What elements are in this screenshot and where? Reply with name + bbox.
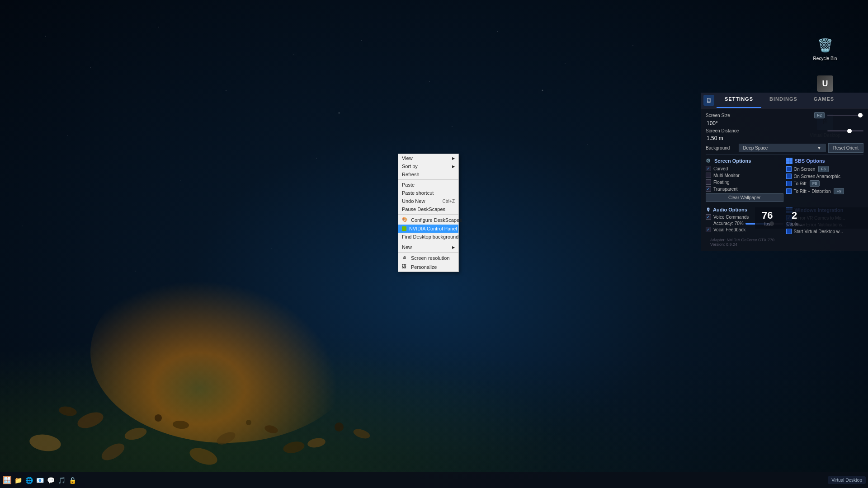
separator-3	[398, 242, 458, 242]
context-menu-view[interactable]: View ▶	[398, 154, 458, 162]
panel-divider-1	[706, 155, 863, 155]
vr-panel: 🖥 SETTINGS BINDINGS GAMES Screen Size F2…	[701, 93, 868, 251]
capture-stat: 2 Captu...	[786, 210, 802, 226]
clear-wallpaper-button[interactable]: Clear Wallpaper	[706, 193, 783, 202]
svg-point-14	[335, 422, 344, 432]
taskbar: 🪟 📁 🌐 📧 💬 🎵 🔒 Virtual Desktop	[0, 472, 868, 488]
to-rift-distortion-checkbox-row: To Rift + Distortion F9	[786, 188, 864, 194]
recycle-bin-image: 🗑️	[817, 38, 833, 53]
context-menu-screen-resolution[interactable]: 🖥 Screen resolution	[398, 253, 458, 263]
taskbar-chat[interactable]: 💬	[46, 475, 56, 485]
context-menu-paste[interactable]: Paste	[398, 181, 458, 189]
floating-label: Floating	[713, 180, 730, 185]
view-arrow: ▶	[452, 156, 455, 160]
taskbar-start-area: 🪟 📁 🌐 📧 💬 🎵 🔒	[2, 475, 77, 485]
to-rift-checkbox-row: To Rift F8	[786, 180, 864, 187]
svg-point-11	[352, 427, 371, 441]
stats-bar: 76 fps 2 Captu...	[755, 207, 868, 229]
context-menu-configure-deskscapes[interactable]: 🎨 Configure DeskScapes	[398, 216, 458, 225]
on-screen-anamorphic-checkbox-row: On Screen Anamorphic	[786, 174, 864, 179]
taskbar-mail[interactable]: 📧	[35, 475, 45, 485]
screen-distance-thumb[interactable]	[847, 129, 852, 133]
screen-size-key: F2	[814, 112, 825, 118]
screen-size-slider[interactable]	[827, 115, 863, 116]
on-screen-anamorphic-label: On Screen Anamorphic	[794, 174, 840, 179]
tab-games[interactable]: GAMES	[806, 93, 842, 108]
to-rift-distortion-key: F9	[834, 188, 844, 194]
start-vd-checkbox-row: Start Virtual Desktop w...	[786, 229, 864, 234]
adapter-label: Adapter:	[710, 238, 726, 242]
background-row: Background Deep Space ▼ Reset Orient	[706, 143, 863, 153]
on-screen-checkbox[interactable]	[786, 166, 792, 172]
vr-panel-tabs: 🖥 SETTINGS BINDINGS GAMES	[701, 93, 868, 108]
recycle-bin-icon[interactable]: 🗑️ Recycle Bin	[809, 36, 841, 61]
fps-stat: 76 fps	[762, 210, 773, 226]
to-rift-checkbox[interactable]	[786, 181, 792, 186]
floating-checkbox[interactable]	[706, 179, 711, 185]
svg-point-4	[215, 430, 237, 447]
context-menu-paste-shortcut[interactable]: Paste shortcut	[398, 189, 458, 197]
sort-by-arrow: ▶	[452, 164, 455, 169]
multi-monitor-label: Multi-Monitor	[713, 173, 740, 178]
curved-checkbox[interactable]	[706, 166, 711, 171]
voice-commands-checkbox[interactable]	[706, 214, 711, 220]
context-menu-find-background[interactable]: Find Desktop background	[398, 233, 458, 241]
context-menu-sort-by[interactable]: Sort by ▶	[398, 162, 458, 170]
context-menu-personalize[interactable]: 🖼 Personalize	[398, 263, 458, 272]
fps-value: 76	[762, 210, 773, 221]
svg-point-6	[307, 437, 326, 449]
transparent-checkbox[interactable]	[706, 186, 711, 192]
background-value: Deep Space	[743, 145, 768, 150]
desktop-background: 🗑️ Recycle Bin U Unity 🖥 Virtual Desktop…	[0, 0, 868, 488]
reset-orient-button[interactable]: Reset Orient	[828, 143, 863, 153]
context-menu-new[interactable]: New ▶	[398, 243, 458, 251]
taskbar-media[interactable]: 🎵	[57, 475, 66, 485]
adapter-value: NVIDIA GeForce GTX 770	[727, 238, 775, 242]
transparent-checkbox-row: Transparent	[706, 186, 783, 192]
start-vd-checkbox[interactable]	[786, 229, 792, 234]
context-menu-undo-new[interactable]: Undo New Ctrl+Z	[398, 197, 458, 205]
on-screen-anamorphic-checkbox[interactable]	[786, 174, 792, 179]
context-menu-pause-deskscapes[interactable]: Pause DeskScapes	[398, 205, 458, 213]
on-screen-key: F6	[818, 166, 829, 172]
screen-size-thumb[interactable]	[858, 113, 863, 117]
audio-options-icon: 🎙	[706, 207, 711, 212]
panel-divider-2	[706, 204, 863, 204]
svg-point-2	[123, 426, 148, 442]
screen-distance-label: Screen Distance	[706, 128, 739, 133]
windows-icon	[786, 158, 793, 164]
context-menu-nvidia[interactable]: NVIDIA Control Panel	[398, 225, 458, 233]
vocal-feedback-checkbox[interactable]	[706, 227, 711, 232]
adapter-info: Adapter: NVIDIA GeForce GTX 770 Version:…	[706, 235, 863, 248]
taskbar-browser[interactable]: 🌐	[24, 475, 34, 485]
transparent-label: Transparent	[713, 187, 738, 192]
screen-size-value: 100°	[706, 120, 718, 127]
svg-point-9	[187, 445, 219, 465]
voice-commands-label: Voice Commands	[713, 215, 749, 220]
on-screen-checkbox-row: On Screen F6	[786, 166, 864, 172]
screen-distance-value-row: 1.50 m	[706, 135, 863, 141]
tab-settings[interactable]: SETTINGS	[717, 93, 761, 108]
unity-icon-image: U	[817, 75, 833, 92]
taskbar-security[interactable]: 🔒	[67, 475, 77, 485]
tab-bindings[interactable]: BINDINGS	[761, 93, 806, 108]
to-rift-key: F8	[810, 180, 820, 187]
dropdown-arrow: ▼	[817, 145, 821, 150]
context-menu-refresh[interactable]: Refresh	[398, 170, 458, 178]
taskbar-vr-label[interactable]: Virtual Desktop	[828, 476, 866, 484]
multi-monitor-checkbox[interactable]	[706, 173, 711, 178]
to-rift-distortion-checkbox[interactable]	[786, 188, 792, 194]
context-menu: View ▶ Sort by ▶ Refresh Paste Paste sho…	[398, 154, 459, 272]
screen-distance-slider[interactable]	[827, 130, 863, 131]
taskbar-start-button[interactable]: 🪟	[2, 475, 12, 485]
curved-label: Curved	[713, 166, 728, 171]
background-dropdown[interactable]: Deep Space ▼	[739, 144, 825, 152]
taskbar-explorer[interactable]: 📁	[13, 475, 23, 485]
asteroid-field	[0, 239, 407, 465]
configure-icon: 🎨	[402, 217, 408, 223]
screen-res-icon: 🖥	[402, 255, 408, 261]
floating-checkbox-row: Floating	[706, 179, 783, 185]
vr-panel-icon: 🖥	[703, 95, 714, 106]
nvidia-icon	[402, 226, 406, 231]
svg-point-5	[264, 424, 278, 434]
